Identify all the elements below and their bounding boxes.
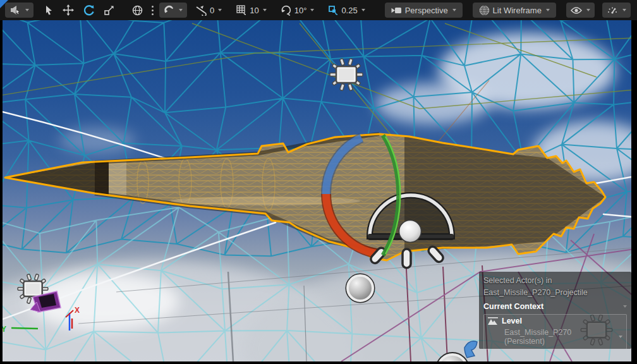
chevron-down-icon xyxy=(546,9,550,11)
chevron-down-icon xyxy=(361,9,365,11)
scale-tool-button[interactable] xyxy=(100,3,118,18)
chevron-down-icon xyxy=(25,9,29,11)
camera-icon xyxy=(391,6,402,15)
grid-snap-control[interactable]: 10 xyxy=(233,3,269,18)
move-icon xyxy=(63,4,74,16)
level-value-dropdown[interactable]: East_Missile_P270 (Persistent) xyxy=(488,325,622,346)
chevron-down-icon xyxy=(586,9,590,11)
blue-marker-icon[interactable] xyxy=(464,341,477,358)
current-context-label: Current Context xyxy=(483,302,543,311)
actor-snap-control[interactable]: 0 xyxy=(192,3,225,18)
level-context-box: Level East_Missile_P270 (Persistent) xyxy=(483,314,627,349)
show-flags-dropdown[interactable] xyxy=(566,3,595,18)
move-tool-button[interactable] xyxy=(59,3,77,18)
axis-y-label: Y xyxy=(3,325,6,334)
nose-ring-dark xyxy=(95,161,109,195)
viewmode-label: Lit Wireframe xyxy=(493,6,542,15)
camera-perspective-dropdown[interactable]: Perspective xyxy=(385,3,463,18)
selected-missile-actor[interactable] xyxy=(5,134,605,260)
axis-x-label: X xyxy=(75,306,80,315)
scale-icon xyxy=(104,5,114,16)
selection-mode-icon xyxy=(9,5,21,15)
camera-speed-gauge-icon xyxy=(607,5,618,15)
chevron-down-icon xyxy=(218,9,222,11)
world-local-toggle[interactable] xyxy=(129,3,146,18)
selected-actors-line2: East_Missile_P270_Projectile xyxy=(483,287,627,299)
surface-snap-dropdown[interactable] xyxy=(159,3,187,18)
spot-light-rays xyxy=(369,245,445,268)
level-viewport[interactable]: X Y Selected Actor(s) in East_Missile_P2… xyxy=(3,20,631,361)
snap-options-kebab[interactable] xyxy=(152,6,154,15)
nose-ring-light xyxy=(109,159,126,195)
chevron-down-icon xyxy=(179,9,183,11)
level-value: East_Missile_P270 (Persistent) xyxy=(504,328,614,346)
rotation-snap-icon xyxy=(281,5,292,16)
selection-mode-dropdown[interactable] xyxy=(5,3,33,18)
level-label: Level xyxy=(502,317,522,325)
selected-actors-line1: Selected Actor(s) in xyxy=(483,275,627,287)
chevron-down-icon xyxy=(619,336,622,338)
rotation-snap-value: 10° xyxy=(294,6,307,15)
chevron-down-icon xyxy=(263,9,267,11)
chevron-down-icon xyxy=(622,9,626,11)
chevron-down-icon xyxy=(452,9,456,11)
camera-speed-dropdown[interactable] xyxy=(602,3,631,18)
editor-window: 0 10 10° xyxy=(0,0,637,364)
actor-snap-icon xyxy=(195,5,207,16)
level-mountain-icon xyxy=(488,317,498,325)
scale-snap-icon xyxy=(328,5,339,16)
globe-icon xyxy=(132,5,143,16)
rotate-icon xyxy=(83,4,95,16)
chevron-down-icon xyxy=(623,305,627,308)
chevron-down-icon xyxy=(310,9,314,11)
rotation-snap-control[interactable]: 10° xyxy=(277,3,318,18)
show-flags-eye-icon xyxy=(571,6,582,15)
point-light-icon[interactable] xyxy=(347,275,374,302)
viewmode-sphere-icon xyxy=(479,5,490,16)
missile-nose-cone xyxy=(5,162,95,193)
spot-light-icon[interactable] xyxy=(368,195,454,268)
current-context-panel: Selected Actor(s) in East_Missile_P270_P… xyxy=(479,272,631,349)
level-row: Level xyxy=(488,317,622,325)
viewmode-dropdown[interactable]: Lit Wireframe xyxy=(473,3,556,18)
grid-snap-icon xyxy=(236,5,247,16)
surface-snap-magnet-icon xyxy=(164,5,174,15)
scale-snap-value: 0.25 xyxy=(341,6,357,15)
window-corner-accent xyxy=(0,0,8,8)
cursor-icon xyxy=(44,5,54,15)
scale-snap-control[interactable]: 0.25 xyxy=(325,3,368,18)
viewport-toolbar: 0 10 10° xyxy=(0,0,637,20)
select-tool-button[interactable] xyxy=(41,3,57,18)
surface-snap-value: 0 xyxy=(210,6,214,15)
grid-snap-value: 10 xyxy=(250,6,258,15)
camera-mode-label: Perspective xyxy=(405,6,448,15)
current-context-header[interactable]: Current Context xyxy=(483,302,627,311)
rotate-tool-button[interactable] xyxy=(80,3,98,18)
point-light-icon[interactable] xyxy=(437,353,468,361)
